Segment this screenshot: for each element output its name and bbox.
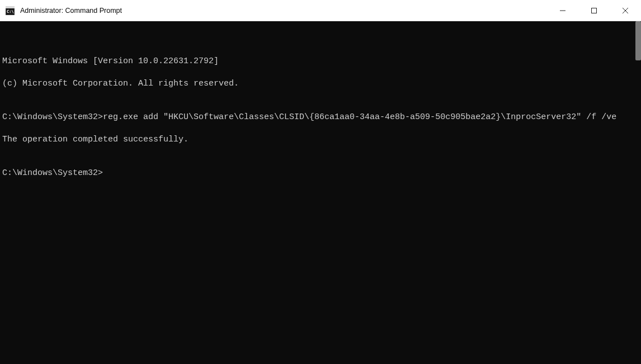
window-controls — [547, 0, 641, 21]
close-button[interactable] — [610, 0, 641, 21]
svg-rect-1 — [6, 6, 15, 8]
terminal-line-copyright: (c) Microsoft Corporation. All rights re… — [2, 78, 639, 89]
terminal-line-command: C:\Windows\System32>reg.exe add "HKCU\So… — [2, 112, 639, 123]
scrollbar-thumb[interactable] — [635, 21, 641, 60]
window-titlebar: C:\ Administrator: Command Prompt — [0, 0, 641, 21]
svg-text:C:\: C:\ — [7, 10, 14, 14]
svg-rect-4 — [592, 8, 597, 13]
terminal-prompt: C:\Windows\System32> — [2, 168, 639, 179]
terminal[interactable]: Microsoft Windows [Version 10.0.22631.27… — [0, 21, 641, 364]
maximize-icon — [591, 8, 597, 13]
window-title: Administrator: Command Prompt — [19, 7, 547, 15]
close-icon — [623, 8, 628, 13]
scrollbar-track[interactable] — [634, 21, 641, 364]
minimize-button[interactable] — [547, 0, 578, 21]
terminal-line-version: Microsoft Windows [Version 10.0.22631.27… — [2, 56, 639, 67]
terminal-line-result: The operation completed successfully. — [2, 134, 639, 145]
terminal-content: Microsoft Windows [Version 10.0.22631.27… — [2, 45, 639, 201]
maximize-button[interactable] — [578, 0, 610, 21]
cmd-icon: C:\ — [6, 6, 15, 15]
minimize-icon — [560, 8, 565, 13]
